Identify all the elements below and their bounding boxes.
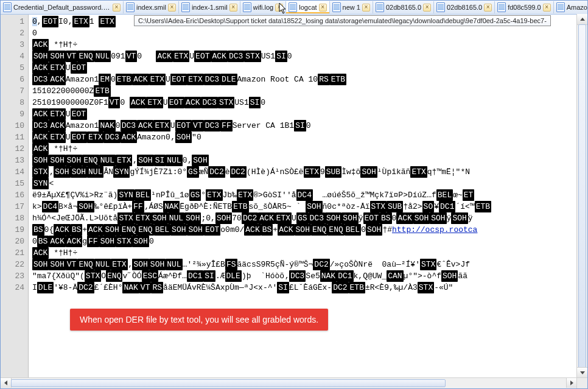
control-char-token: DC2 (332, 282, 348, 293)
text-run: Se5 (306, 272, 320, 281)
close-tab-icon[interactable]: × (543, 4, 551, 12)
code-line: ACKETXUEOTETXDC3ACKAmazon0‚SOH"0 (32, 131, 586, 143)
control-char-token: SOH (54, 166, 70, 178)
document-tab[interactable]: 02db8165.0× (373, 1, 434, 13)
close-tab-icon[interactable]: × (423, 4, 431, 12)
control-char-token: ACK (32, 143, 49, 155)
text-run: ÂN (103, 167, 113, 177)
control-char-token: SI (275, 51, 287, 62)
control-char-token: NUL (99, 155, 116, 166)
close-tab-icon[interactable]: × (275, 4, 283, 12)
control-char-token: VT (139, 282, 152, 293)
close-tab-icon[interactable]: × (229, 4, 237, 12)
document-tab[interactable]: fd08c599.0× (495, 1, 553, 13)
control-char-token: BEL (154, 224, 170, 236)
control-char-token: BEL (436, 189, 453, 201)
text-run: q†™mË¦"*N (427, 167, 470, 177)
document-tab[interactable]: new 1× (330, 1, 373, 13)
document-icon (556, 2, 565, 12)
text-run: v˝ÒÓ (122, 272, 141, 281)
text-run: ÿ (359, 214, 363, 223)
line-number: 3 (1, 39, 28, 51)
control-char-token: CAN (387, 270, 403, 282)
control-char-token: ACK (132, 74, 149, 85)
scroll-up-button[interactable] (577, 14, 587, 25)
close-tab-icon[interactable]: × (319, 4, 327, 12)
control-char-token: DC3 (201, 97, 217, 108)
line-number: 11 (1, 131, 28, 143)
control-char-token: ACK (121, 131, 137, 143)
vertical-scrollbar[interactable] (576, 14, 587, 378)
document-tab[interactable]: Amazo× (554, 1, 587, 13)
text-run: 0 (120, 98, 130, 107)
scroll-left-button[interactable] (1, 378, 12, 388)
scroll-down-button[interactable] (577, 367, 587, 378)
document-tab[interactable]: index-1.smil× (179, 1, 240, 13)
code-view[interactable]: 0,EOTI0,ETX1 ETX0ACK *†H†÷SOHSOHVTENQNUL… (29, 15, 587, 389)
line-number: 10 (1, 120, 28, 131)
control-char-token: ACK (137, 120, 153, 131)
text-run: †# (382, 225, 392, 234)
control-char-token: VT (192, 120, 204, 131)
document-tab[interactable]: wifi.log× (240, 1, 287, 13)
control-char-token: ENQ (311, 224, 327, 236)
control-char-token: EOT (204, 224, 220, 236)
vscroll-track[interactable] (577, 24, 587, 368)
hyperlink[interactable]: http://ocsp.rootca (392, 225, 477, 234)
hscroll-track[interactable] (11, 379, 567, 387)
tab-label: fd08c599.0 (508, 4, 541, 11)
document-tab[interactable]: logcat× (286, 1, 329, 13)
close-tab-icon[interactable]: × (484, 4, 492, 12)
control-char-token: EOT (175, 120, 192, 131)
control-char-token: DC3 (32, 120, 49, 131)
control-char-token: ETX (206, 189, 222, 201)
horizontal-scrollbar[interactable] (1, 377, 577, 388)
line-number: 17 (1, 201, 28, 212)
control-char-token: SOH (341, 212, 358, 224)
hscroll-thumb[interactable] (11, 379, 446, 387)
control-char-token: ETB (330, 74, 346, 85)
text-run: ¹nPÎû_1ø (151, 191, 189, 200)
document-tab[interactable]: 02db8165.0× (434, 1, 495, 13)
control-char-token: SOH (306, 201, 322, 212)
text-run: ;0, (201, 214, 215, 223)
text-run: Ìw‡ö (341, 167, 360, 177)
control-char-token: NUL (94, 259, 111, 270)
control-char-token: SOH (325, 212, 341, 224)
code-line: 251019000000Z0F1VT0 ACKETXUEOTACKDC3STXU… (32, 97, 586, 108)
control-char-token: SOH (170, 224, 187, 236)
document-tab[interactable]: index.smil× (124, 1, 179, 13)
control-char-token: BS (71, 224, 83, 236)
text-run: *†H†÷ (49, 144, 77, 153)
line-number-gutter: 123456789101112131415161718192021222324 (1, 15, 29, 389)
control-char-token: ETB (116, 74, 132, 85)
control-char-token: NUL (168, 212, 184, 224)
scroll-right-button[interactable] (566, 378, 577, 388)
tab-label: wifi.log (253, 4, 274, 11)
control-char-token: VT (125, 51, 138, 62)
text-run: †å2> (403, 202, 422, 211)
vscroll-thumb[interactable] (578, 24, 586, 369)
line-number: 24 (1, 282, 28, 293)
close-tab-icon[interactable]: × (113, 4, 121, 12)
close-tab-icon[interactable]: × (362, 4, 370, 12)
control-char-token: DC3 (204, 120, 220, 131)
control-char-token: DC4 (42, 201, 58, 212)
line-number: 9 (1, 108, 28, 120)
close-tab-icon[interactable]: × (168, 4, 176, 12)
control-char-token: ETX (173, 51, 189, 62)
code-line: SOHSOHSOHENQNULETX‚SOHSINUL0‚SOH (32, 155, 586, 166)
text-run: g (82, 237, 87, 246)
control-char-token: VT (108, 97, 121, 108)
text-run: I0, (58, 17, 72, 26)
text-run: åäEMÜÁvRÈ¼ŠAxpÙm—ªJ<x-^' (163, 283, 277, 292)
control-char-token: DC4 (296, 189, 313, 201)
control-char-token: ETX (146, 97, 163, 108)
text-run: , (37, 17, 42, 26)
control-char-token: ETX (49, 108, 65, 120)
document-tab[interactable]: Credential_Default_password.html× (1, 1, 124, 13)
code-line: 0 (32, 27, 586, 39)
control-char-token: SI (249, 97, 261, 108)
control-char-token: FF (132, 201, 144, 212)
control-char-token: GS (189, 189, 201, 201)
